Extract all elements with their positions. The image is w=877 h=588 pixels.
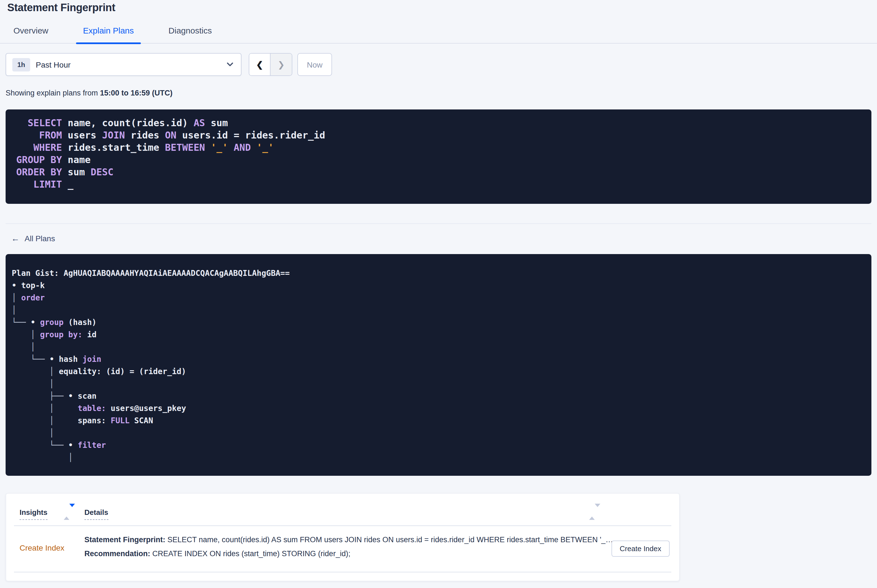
all-plans-label: All Plans bbox=[25, 234, 55, 243]
insight-details-cell: Statement Fingerprint: SELECT name, coun… bbox=[84, 533, 612, 561]
now-button[interactable]: Now bbox=[297, 53, 332, 76]
code-line: ├── • scan bbox=[12, 390, 865, 402]
recommendation-value: CREATE INDEX ON rides (start_time) STORI… bbox=[150, 549, 350, 558]
status-prefix: Showing explain plans from bbox=[6, 89, 100, 97]
tab-label: Diagnostics bbox=[168, 26, 212, 35]
code-line: │ table: users@users_pkey bbox=[12, 402, 865, 414]
time-pager: ❮ ❯ bbox=[249, 53, 292, 76]
code-line: │ group by: id bbox=[12, 328, 865, 340]
tab-explain-plans[interactable]: Explain Plans bbox=[76, 26, 141, 43]
code-line: └── • hash join bbox=[12, 353, 865, 365]
tab-diagnostics[interactable]: Diagnostics bbox=[161, 26, 219, 43]
code-line: SELECT name, count(rides.id) AS sum bbox=[16, 117, 860, 129]
tab-label: Overview bbox=[14, 26, 48, 35]
fingerprint-label: Statement Fingerprint: bbox=[84, 536, 165, 544]
code-line: • top-k bbox=[12, 279, 865, 291]
create-index-button[interactable]: Create Index bbox=[611, 540, 669, 557]
recommendation-label: Recommendation: bbox=[84, 549, 150, 558]
code-line: │ spans: FULL SCAN bbox=[12, 414, 865, 427]
chevron-left-icon: ❮ bbox=[256, 60, 263, 69]
sql-query-box: SELECT name, count(rides.id) AS sum FROM… bbox=[6, 110, 871, 204]
code-line: │ bbox=[12, 304, 865, 316]
code-line: └── • filter bbox=[12, 439, 865, 451]
tab-bar: OverviewExplain PlansDiagnostics bbox=[0, 26, 877, 44]
column-header-details[interactable]: Details bbox=[84, 508, 108, 520]
tab-overview[interactable]: Overview bbox=[6, 26, 56, 43]
time-controls: 1h Past Hour ❮ ❯ Now bbox=[6, 53, 871, 76]
sort-down-triangle bbox=[595, 504, 600, 516]
plan-gist-value: Plan Gist: AgHUAQIABQAAAAHYAQIAiAEAAAADC… bbox=[12, 267, 865, 279]
sort-down-triangle bbox=[69, 504, 75, 516]
time-range-dropdown[interactable]: 1h Past Hour bbox=[6, 53, 241, 76]
recommendation-line: Recommendation: CREATE INDEX ON rides (s… bbox=[84, 547, 612, 561]
table-header-divider bbox=[14, 525, 671, 526]
chevron-right-icon: ❯ bbox=[278, 60, 284, 69]
sort-up-triangle bbox=[64, 507, 69, 520]
code-line: LIMIT _ bbox=[16, 178, 860, 190]
chevron-down-icon bbox=[226, 62, 234, 67]
status-line: Showing explain plans from 15:00 to 16:5… bbox=[6, 89, 877, 97]
insights-table: Insights Details Create Index Statement … bbox=[6, 493, 680, 581]
prev-time-button[interactable]: ❮ bbox=[249, 54, 271, 75]
time-range-badge: 1h bbox=[12, 58, 30, 71]
code-line: ORDER BY sum DESC bbox=[16, 166, 860, 178]
plan-gist-box: Plan Gist: AgHUAQIABQAAAAHYAQIAiAEAAAADC… bbox=[6, 254, 871, 476]
sort-icon-insights[interactable] bbox=[64, 507, 69, 517]
code-line: │ order bbox=[12, 291, 865, 304]
all-plans-link[interactable]: ←All Plans bbox=[11, 233, 55, 243]
code-line: │ bbox=[12, 378, 865, 390]
section-divider bbox=[6, 224, 871, 224]
sort-up-triangle bbox=[589, 507, 595, 520]
column-header-insights[interactable]: Insights bbox=[20, 508, 48, 520]
insight-type-link[interactable]: Create Index bbox=[20, 543, 64, 552]
back-arrow-icon: ← bbox=[11, 233, 20, 243]
table-row-divider bbox=[14, 572, 671, 572]
page-title: Statement Fingerprint bbox=[0, 0, 877, 14]
code-line: └── • group (hash) bbox=[12, 316, 865, 328]
statement-fingerprint-line: Statement Fingerprint: SELECT name, coun… bbox=[84, 533, 612, 547]
tab-label: Explain Plans bbox=[83, 26, 134, 35]
fingerprint-value: SELECT name, count(rides.id) AS sum FROM… bbox=[165, 536, 612, 544]
code-line: │ bbox=[12, 427, 865, 439]
status-time-range: 15:00 to 16:59 (UTC) bbox=[100, 89, 173, 97]
time-range-label: Past Hour bbox=[36, 60, 71, 69]
statement-fingerprint-page: Statement Fingerprint OverviewExplain Pl… bbox=[0, 0, 877, 588]
code-line: │ bbox=[12, 340, 865, 353]
code-line: WHERE rides.start_time BETWEEN '_' AND '… bbox=[16, 141, 860, 153]
code-line: GROUP BY name bbox=[16, 153, 860, 166]
code-line: FROM users JOIN rides ON users.id = ride… bbox=[16, 129, 860, 141]
sort-icon-details[interactable] bbox=[589, 507, 595, 517]
next-time-button[interactable]: ❯ bbox=[271, 54, 292, 75]
code-line: │ bbox=[12, 451, 865, 464]
plan-tree: • top-k│ order│└── • group (hash) │ grou… bbox=[12, 279, 865, 464]
code-line: │ equality: (id) = (rider_id) bbox=[12, 365, 865, 378]
